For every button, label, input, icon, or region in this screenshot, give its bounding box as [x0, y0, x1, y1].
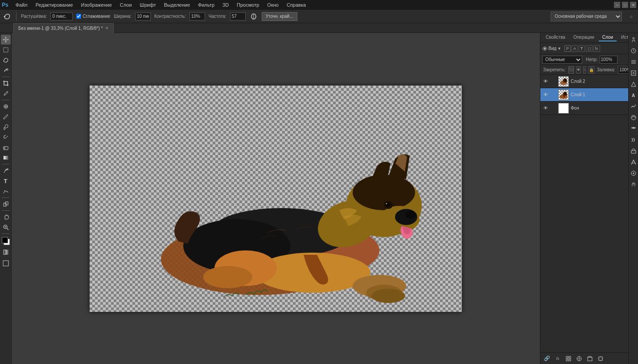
right-panel-4[interactable]	[629, 68, 638, 78]
view-dropdown-arrow[interactable]: ▼	[557, 46, 561, 51]
layer-item-2[interactable]: 👁 Слой 2	[540, 75, 638, 88]
change-screen-mode-btn[interactable]	[1, 258, 11, 268]
text-tool[interactable]: T	[1, 176, 11, 186]
panel-tab-layers[interactable]: Слои	[599, 34, 617, 41]
layer-2-chain	[551, 76, 556, 87]
right-panel-3[interactable]	[629, 57, 638, 67]
close-btn[interactable]: ✕	[630, 2, 636, 8]
layer-2-visibility[interactable]: 👁	[542, 78, 549, 85]
gradient-tool[interactable]	[1, 153, 11, 163]
workspace-search-icon[interactable]: ⌕	[627, 12, 635, 20]
menu-window[interactable]: Окно	[263, 1, 282, 8]
panel-tab-properties[interactable]: Свойства	[542, 34, 569, 41]
lock-pixels-btn[interactable]: ⬛	[568, 66, 574, 74]
rectangular-marquee-tool[interactable]	[1, 45, 11, 55]
document-tab[interactable]: Без имени-1 @ 33,3% (Слой 1, RGB/8*) * ✕	[13, 23, 114, 33]
crop-tool[interactable]	[1, 78, 11, 88]
maximize-btn[interactable]: □	[622, 2, 628, 8]
menu-edit[interactable]: Редактирование	[32, 1, 77, 8]
layer-new-btn[interactable]	[597, 355, 605, 363]
filter-pixel-icon[interactable]: P	[564, 45, 571, 52]
right-panel-1[interactable]	[629, 35, 638, 45]
options-toolbar: Растушёвка: Сглаживание Ширина: Контраст…	[0, 10, 638, 23]
right-panel-8[interactable]	[629, 113, 638, 123]
history-brush-tool[interactable]	[1, 132, 11, 142]
layer-background[interactable]: 👁 Фон 🔒	[540, 102, 638, 115]
eyedropper-tool[interactable]	[1, 89, 11, 98]
layer-bg-name: Фон	[571, 106, 629, 110]
right-panel-12[interactable]	[629, 157, 638, 167]
menu-layers[interactable]: Слои	[116, 1, 136, 8]
opacity-input[interactable]	[600, 56, 617, 64]
blend-mode-select[interactable]: Обычные	[542, 56, 582, 64]
svg-point-52	[633, 127, 634, 129]
spot-heal-tool[interactable]	[1, 102, 11, 111]
layer-link-btn[interactable]: 🔗	[543, 355, 551, 363]
frequency-input[interactable]	[230, 12, 246, 20]
tool-sep-6	[2, 233, 10, 234]
layer-adjustment-btn[interactable]	[575, 355, 583, 363]
hand-tool[interactable]	[1, 212, 11, 222]
panel-tab-operations[interactable]: Операции	[570, 34, 598, 41]
pen-pressure-btn[interactable]	[249, 12, 258, 21]
right-panel-2[interactable]	[629, 46, 638, 56]
filter-shape-icon[interactable]: ◻	[586, 45, 593, 52]
tab-close-btn[interactable]: ✕	[105, 26, 109, 30]
menu-filter[interactable]: Фильтр	[194, 1, 218, 8]
layer-fx-btn[interactable]: fx	[554, 355, 562, 363]
right-panel-9[interactable]	[629, 124, 638, 134]
refine-edge-button[interactable]: Уточн. край...	[262, 12, 297, 21]
svg-point-32	[371, 289, 405, 303]
quick-mask-btn[interactable]	[1, 247, 11, 257]
filter-text-icon[interactable]: T	[579, 45, 585, 52]
move-tool[interactable]	[1, 35, 11, 45]
menu-file[interactable]: Файл	[12, 1, 31, 8]
separator-1	[16, 12, 16, 21]
right-panel-14[interactable]	[629, 180, 638, 189]
brush-tool[interactable]	[1, 112, 11, 122]
right-panel-10[interactable]	[629, 135, 638, 145]
layer-1-visibility[interactable]: 👁	[542, 91, 549, 98]
layer-mask-btn[interactable]	[564, 355, 572, 363]
shape-tool[interactable]	[1, 199, 11, 209]
right-panel-6[interactable]: A	[629, 90, 638, 100]
zoom-tool[interactable]	[1, 222, 11, 232]
foreground-color[interactable]	[2, 237, 8, 243]
feather-input[interactable]	[50, 12, 73, 20]
right-panel-13[interactable]	[629, 168, 638, 178]
menu-select[interactable]: Выделение	[161, 1, 193, 8]
path-select-tool[interactable]	[1, 186, 11, 196]
svg-point-41	[564, 92, 567, 95]
smooth-checkbox[interactable]	[76, 14, 81, 19]
layer-bg-visibility[interactable]: 👁	[542, 105, 549, 112]
lock-all-btn[interactable]: 🔒	[589, 66, 594, 74]
right-panel-7[interactable]	[629, 102, 638, 111]
minimize-btn[interactable]: ─	[614, 2, 620, 8]
tool-sep-1	[2, 77, 10, 77]
frequency-label: Частота:	[209, 14, 226, 19]
clone-stamp-tool[interactable]	[1, 122, 11, 132]
layer-group-btn[interactable]	[586, 355, 594, 363]
feather-label: Растушёвка:	[21, 14, 47, 19]
pen-tool[interactable]	[1, 166, 11, 176]
menu-view[interactable]: Просмотр	[233, 1, 263, 8]
eraser-tool[interactable]	[1, 143, 11, 152]
workspace-select[interactable]: Основная рабочая среда	[551, 12, 622, 21]
right-panel-5[interactable]	[629, 79, 638, 89]
right-panel-11[interactable]	[629, 146, 638, 156]
filter-effect-icon[interactable]: fx	[593, 45, 600, 52]
layers-list: 👁 Слой 2 👁	[540, 75, 638, 352]
filter-adjust-icon[interactable]: A	[572, 45, 578, 52]
lasso-tool[interactable]	[1, 55, 11, 65]
quick-select-tool[interactable]	[1, 65, 11, 75]
menu-image[interactable]: Изображение	[78, 1, 115, 8]
contrast-label: Контрастность:	[154, 14, 186, 19]
lock-artboard-btn[interactable]: ↕	[583, 66, 586, 74]
layer-item-1[interactable]: 👁 Слой 1	[540, 88, 638, 102]
menu-help[interactable]: Справка	[283, 1, 309, 8]
lock-position-btn[interactable]: ✥	[576, 66, 580, 74]
width-input[interactable]	[135, 12, 151, 20]
contrast-input[interactable]	[189, 12, 205, 20]
menu-font[interactable]: Шрифт	[136, 1, 160, 8]
menu-3d[interactable]: 3D	[219, 1, 232, 8]
